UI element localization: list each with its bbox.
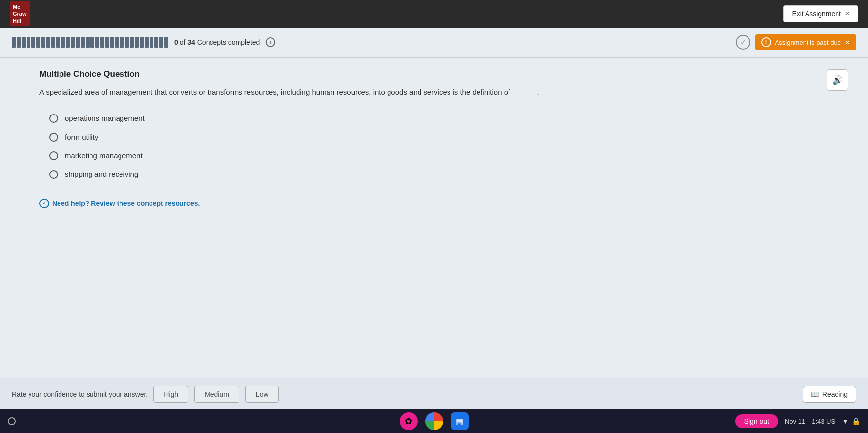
option-label-1: operations management — [65, 114, 145, 122]
progress-text: 0 of 34 Concepts completed — [174, 38, 260, 46]
progress-segment — [76, 37, 80, 48]
option-radio-2[interactable] — [49, 133, 58, 142]
high-confidence-button[interactable]: High — [153, 386, 188, 403]
progress-segment — [110, 37, 114, 48]
progress-segment — [100, 37, 104, 48]
check-circle-icon: ✓ — [736, 35, 750, 50]
taskbar: ✿ ▦ Sign out Nov 11 1:43 US ▼ 🔒 — [0, 409, 868, 433]
progress-segment — [66, 37, 70, 48]
main-area: 0 of 34 Concepts completed i ✓ ! Assignm… — [0, 28, 868, 409]
question-text: A specialized area of management that co… — [39, 87, 829, 98]
option-label-4: shipping and receiving — [65, 170, 138, 178]
progress-segment — [145, 37, 149, 48]
progress-segment — [120, 37, 124, 48]
app-blue-icon[interactable]: ▦ — [451, 412, 469, 430]
confidence-bar: Rate your confidence to submit your answ… — [0, 378, 868, 409]
progress-segment — [36, 37, 40, 48]
confidence-label: Rate your confidence to submit your answ… — [12, 390, 148, 398]
past-due-badge[interactable]: ! Assignment is past due ✕ — [755, 34, 856, 50]
help-prefix: Need help? — [52, 200, 89, 207]
progress-segment — [95, 37, 99, 48]
taskbar-right: Sign out Nov 11 1:43 US ▼ 🔒 — [735, 414, 860, 428]
exit-close-icon: ✕ — [845, 10, 850, 17]
progress-segment — [90, 37, 94, 48]
top-bar: Mc Graw Hill Exit Assignment ✕ — [0, 0, 868, 28]
options-list: operations management form utility marke… — [49, 114, 829, 179]
taskbar-radio-icon — [8, 417, 16, 425]
app-chrome-icon[interactable] — [425, 412, 443, 430]
help-circle-icon: ✓ — [39, 199, 49, 208]
option-label-2: form utility — [65, 133, 98, 141]
confidence-left: Rate your confidence to submit your answ… — [12, 386, 279, 403]
taskbar-center: ✿ ▦ — [400, 412, 469, 430]
progress-segment — [61, 37, 65, 48]
progress-left: 0 of 34 Concepts completed i — [12, 37, 275, 48]
progress-segment — [41, 37, 45, 48]
option-label-3: marketing management — [65, 151, 143, 160]
progress-segment — [51, 37, 55, 48]
progress-segment — [86, 37, 90, 48]
progress-segment — [150, 37, 153, 48]
progress-segment — [115, 37, 119, 48]
help-link[interactable]: Need help? Review these concept resource… — [52, 200, 200, 207]
sign-out-button[interactable]: Sign out — [735, 414, 778, 428]
option-radio-1[interactable] — [49, 114, 58, 123]
progress-segment — [46, 37, 50, 48]
question-type-label: Multiple Choice Question — [39, 69, 829, 79]
progress-segment — [27, 37, 30, 48]
lock-icon: 🔒 — [852, 417, 860, 425]
reading-book-icon: 📖 — [811, 390, 819, 398]
progress-segment — [135, 37, 139, 48]
past-due-close-icon[interactable]: ✕ — [845, 39, 850, 46]
progress-segment — [105, 37, 109, 48]
option-radio-4[interactable] — [49, 170, 58, 179]
taskbar-left — [8, 417, 16, 425]
help-section: ✓ Need help? Review these concept resour… — [39, 199, 829, 208]
taskbar-date: Nov 11 — [785, 418, 805, 425]
progress-segment — [140, 37, 144, 48]
option-item-1[interactable]: operations management — [49, 114, 829, 123]
progress-segment — [12, 37, 16, 48]
exit-label: Exit Assignment — [792, 10, 841, 18]
past-due-label: Assignment is past due — [775, 39, 841, 46]
progress-bar-area: 0 of 34 Concepts completed i ✓ ! Assignm… — [0, 28, 868, 58]
reading-label: Reading — [822, 390, 848, 398]
progress-segment — [17, 37, 21, 48]
progress-segment — [71, 37, 75, 48]
completed-count: 0 — [174, 38, 178, 46]
total-count: 34 — [187, 38, 195, 46]
progress-segments — [12, 37, 168, 48]
progress-label: Concepts completed — [197, 38, 260, 46]
low-confidence-button[interactable]: Low — [245, 386, 279, 403]
progress-right: ✓ ! Assignment is past due ✕ — [736, 34, 856, 50]
app-pink-icon[interactable]: ✿ — [400, 412, 418, 430]
medium-confidence-button[interactable]: Medium — [194, 386, 239, 403]
option-item-3[interactable]: marketing management — [49, 151, 829, 160]
option-radio-3[interactable] — [49, 151, 58, 160]
progress-segment — [125, 37, 129, 48]
sound-button[interactable]: 🔊 — [827, 69, 848, 91]
taskbar-time: 1:43 US — [812, 418, 835, 425]
progress-segment — [31, 37, 35, 48]
sound-icon: 🔊 — [832, 75, 843, 86]
progress-segment — [159, 37, 163, 48]
wifi-icon: ▼ — [842, 417, 849, 425]
option-item-2[interactable]: form utility — [49, 133, 829, 142]
progress-segment — [164, 37, 168, 48]
progress-segment — [22, 37, 26, 48]
progress-segment — [81, 37, 85, 48]
taskbar-system-icons: ▼ 🔒 — [842, 417, 860, 425]
progress-segment — [56, 37, 60, 48]
help-text: Review these concept resources. — [89, 200, 200, 207]
alert-icon: ! — [761, 37, 771, 47]
progress-segment — [154, 37, 158, 48]
question-area: 🔊 Multiple Choice Question A specialized… — [0, 58, 868, 378]
option-item-4[interactable]: shipping and receiving — [49, 170, 829, 179]
progress-segment — [130, 37, 134, 48]
mcgraw-hill-logo: Mc Graw Hill — [10, 1, 30, 27]
exit-assignment-button[interactable]: Exit Assignment ✕ — [783, 5, 858, 22]
info-icon[interactable]: i — [266, 37, 275, 47]
reading-button[interactable]: 📖 Reading — [803, 386, 856, 403]
